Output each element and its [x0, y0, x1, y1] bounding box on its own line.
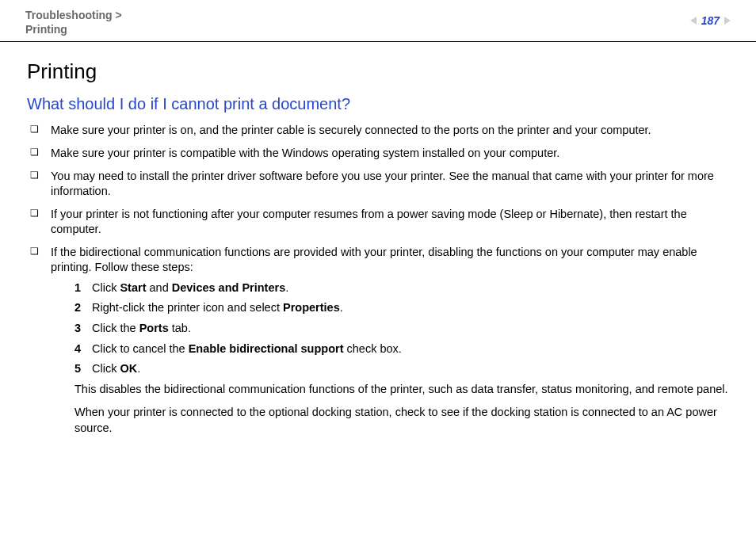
step-item: 5 Click OK.: [74, 361, 729, 377]
list-item: If the bidirectional communication funct…: [27, 245, 729, 437]
step-text: Click the Ports tab.: [92, 322, 191, 334]
step-number: 3: [74, 321, 81, 337]
breadcrumb-separator: >: [116, 9, 122, 21]
step-text: Click OK.: [92, 362, 140, 375]
paragraph: This disables the bidirectional communic…: [74, 382, 729, 398]
after-steps-text: This disables the bidirectional communic…: [51, 382, 729, 437]
step-number: 4: [74, 341, 81, 357]
paragraph: When your printer is connected to the op…: [74, 405, 729, 436]
page-number-nav: 187: [690, 14, 731, 27]
breadcrumb-parent: Troubleshooting: [25, 9, 113, 21]
step-text: Right-click the printer icon and select …: [92, 301, 343, 314]
list-item: Make sure your printer is compatible wit…: [27, 146, 729, 162]
list-item: You may need to install the printer driv…: [27, 169, 729, 200]
question-heading: What should I do if I cannot print a doc…: [27, 95, 729, 113]
step-text: Click Start and Devices and Printers.: [92, 281, 288, 294]
section-title: Printing: [27, 59, 729, 84]
prev-page-icon[interactable]: [690, 17, 697, 25]
step-text: Click to cancel the Enable bidirectional…: [92, 342, 402, 355]
step-number: 2: [74, 300, 81, 316]
steps-list: 1 Click Start and Devices and Printers. …: [51, 280, 729, 377]
page-header: Troubleshooting > Printing 187: [0, 0, 756, 42]
next-page-icon[interactable]: [724, 17, 731, 25]
step-item: 4 Click to cancel the Enable bidirection…: [74, 341, 729, 357]
breadcrumb: Troubleshooting > Printing: [25, 8, 122, 36]
step-item: 3 Click the Ports tab.: [74, 321, 729, 337]
document-page: Troubleshooting > Printing 187 Printing …: [0, 0, 756, 534]
page-number: 187: [700, 14, 721, 27]
breadcrumb-child: Printing: [25, 23, 67, 36]
step-item: 2 Right-click the printer icon and selec…: [74, 300, 729, 316]
list-item: If your printer is not functioning after…: [27, 207, 729, 238]
page-content: Printing What should I do if I cannot pr…: [0, 42, 756, 436]
list-item-text: If the bidirectional communication funct…: [51, 246, 697, 274]
step-item: 1 Click Start and Devices and Printers.: [74, 280, 729, 296]
bullet-list: Make sure your printer is on, and the pr…: [27, 123, 729, 436]
list-item: Make sure your printer is on, and the pr…: [27, 123, 729, 139]
step-number: 5: [74, 361, 81, 377]
step-number: 1: [74, 280, 81, 296]
